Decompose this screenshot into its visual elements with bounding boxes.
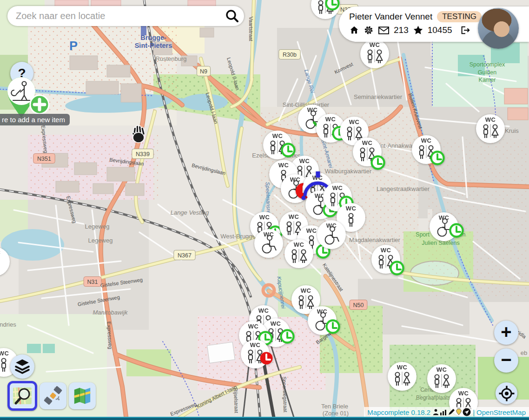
svg-text:Sport: Sport xyxy=(416,231,430,238)
gear-icon[interactable] xyxy=(364,25,374,35)
search-bar[interactable] xyxy=(7,6,244,26)
svg-text:Walburgakwartier: Walburgakwartier xyxy=(325,168,372,175)
map-canvas[interactable]: N9R30bN376N339N351N367N31N50 Brugge-Sint… xyxy=(0,0,529,420)
svg-text:eren: eren xyxy=(454,231,465,238)
zoom-out-button[interactable]: − xyxy=(494,348,518,373)
svg-text:Julien Saelens: Julien Saelens xyxy=(422,240,459,246)
contributor-stats-icon[interactable] xyxy=(432,408,439,416)
zoom-in-button[interactable]: + xyxy=(494,321,518,345)
home-icon[interactable] xyxy=(349,25,359,35)
svg-text:R30b: R30b xyxy=(283,52,297,58)
osm-map-icon xyxy=(12,386,33,406)
svg-text:West-Brugge: West-Brugge xyxy=(220,233,256,240)
svg-text:(Zone 01): (Zone 01) xyxy=(323,410,349,417)
svg-text:ndries: ndries xyxy=(0,321,16,328)
svg-text:Legeweg: Legeweg xyxy=(85,223,110,230)
zoom-in-label: + xyxy=(501,332,511,334)
svg-text:Vaartstraat: Vaartstraat xyxy=(248,17,254,41)
svg-text:Kruis: Kruis xyxy=(505,127,519,134)
svg-text:P: P xyxy=(69,39,78,53)
svg-text:Sint-Pieters: Sint-Pieters xyxy=(135,42,172,49)
statistics-icon[interactable] xyxy=(440,408,447,416)
geolocate-button[interactable] xyxy=(496,382,517,404)
marker-icon xyxy=(456,408,462,416)
svg-text:Centrale: Centrale xyxy=(420,387,442,393)
svg-text:Ezelstraatkwartier: Ezelstraatkwartier xyxy=(252,152,300,159)
bottom-bar xyxy=(0,417,529,420)
background-map-button[interactable] xyxy=(69,382,96,409)
hand-cursor-icon xyxy=(131,125,146,143)
edit-pencil-icon[interactable] xyxy=(448,408,455,416)
svg-text:Speelmansrei: Speelmansrei xyxy=(265,182,271,215)
background-switcher xyxy=(7,381,96,411)
svg-text:Ten Briele: Ten Briele xyxy=(321,403,348,410)
svg-text:Sportcomplex: Sportcomplex xyxy=(469,61,505,68)
user-name[interactable]: Pieter Vander Vennet xyxy=(349,12,432,22)
svg-text:N367: N367 xyxy=(178,252,192,259)
layers-button[interactable] xyxy=(10,354,34,379)
background-satellite-button[interactable] xyxy=(40,382,66,409)
folded-map-icon xyxy=(73,386,92,406)
zoom-out-label: − xyxy=(501,360,511,362)
svg-text:Manitobawijk: Manitobawijk xyxy=(93,309,128,316)
svg-text:Seminariekwartier: Seminariekwartier xyxy=(354,93,403,100)
community-icon[interactable] xyxy=(463,408,471,416)
app-version[interactable]: Mapcomplete 0.18.2 xyxy=(367,408,430,416)
crosshair-icon xyxy=(499,386,515,401)
attribution-bar: Mapcomplete 0.18.2 | OpenStreetMap xyxy=(364,407,529,417)
svg-text:N339: N339 xyxy=(136,151,150,158)
svg-text:Gulden: Gulden xyxy=(478,69,496,76)
svg-text:Langestraatkwartier: Langestraatkwartier xyxy=(377,185,430,192)
svg-text:N50: N50 xyxy=(353,302,364,308)
mail-count: 213 xyxy=(394,25,409,35)
svg-text:Rijselstraat: Rijselstraat xyxy=(233,387,239,413)
svg-text:N9: N9 xyxy=(200,68,207,75)
search-icon[interactable] xyxy=(225,9,239,24)
background-osm-button[interactable] xyxy=(7,381,37,411)
search-input[interactable] xyxy=(15,10,225,22)
attribution-separator: | xyxy=(473,408,475,416)
svg-text:Lange Vesting: Lange Vesting xyxy=(171,209,209,216)
star-icon[interactable] xyxy=(413,25,423,35)
svg-text:Kamer: Kamer xyxy=(479,77,496,83)
basemap: N9R30bN376N339N351N367N31N50 Brugge-Sint… xyxy=(0,0,529,420)
svg-text:Sint-Annakwartier: Sint-Annakwartier xyxy=(375,142,423,149)
svg-text:Begraafplaats: Begraafplaats xyxy=(416,394,450,401)
star-count: 10455 xyxy=(428,25,452,35)
svg-text:eb: eb xyxy=(521,349,527,356)
svg-text:Magdalenakwartier: Magdalenakwartier xyxy=(349,236,401,243)
user-avatar[interactable] xyxy=(478,8,519,49)
svg-text:Sint-Gilliskwartier: Sint-Gilliskwartier xyxy=(283,101,330,108)
mail-icon[interactable] xyxy=(378,25,390,35)
satellite-icon xyxy=(43,386,63,406)
svg-text:Legeweg: Legeweg xyxy=(88,237,113,244)
add-item-tooltip: re to add a new item xyxy=(0,114,70,125)
logout-icon[interactable] xyxy=(459,25,470,35)
layers-icon xyxy=(13,357,32,376)
svg-text:N31: N31 xyxy=(87,279,98,285)
testing-badge: TESTING xyxy=(437,11,482,22)
svg-text:N351: N351 xyxy=(37,156,51,162)
svg-text:Brugge-: Brugge- xyxy=(140,34,166,41)
osm-link[interactable]: OpenStreetMap xyxy=(476,408,526,416)
svg-text:Rustenburg: Rustenburg xyxy=(155,55,186,62)
